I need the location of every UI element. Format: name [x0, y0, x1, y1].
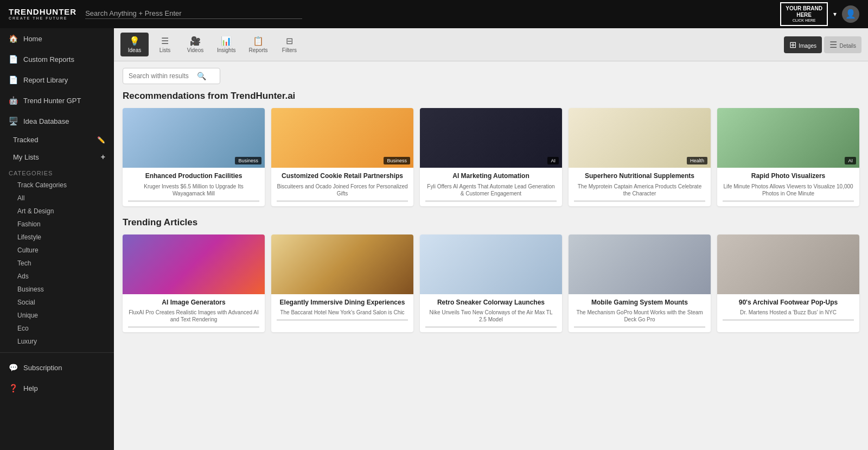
- idea-database-icon: 🖥️: [9, 117, 18, 125]
- card-bottom-bar: [128, 326, 259, 328]
- toolbar-btn-filters[interactable]: ⊟ Filters: [275, 33, 303, 56]
- card-img-rapid-photo: AI: [717, 108, 859, 168]
- sidebar-category-ads[interactable]: Ads: [0, 270, 114, 283]
- sidebar-category-lifestyle[interactable]: Lifestyle: [0, 231, 114, 244]
- card-body: Superhero Nutritional Supplements The My…: [569, 168, 711, 206]
- card-img-customized-cookie: Business: [271, 108, 413, 168]
- grid-icon: ⊞: [789, 40, 796, 49]
- sidebar-item-help[interactable]: ❓ Help: [0, 378, 114, 398]
- card-bottom-bar: [574, 326, 705, 328]
- card-desc: Kruger Invests $6.5 Million to Upgrade I…: [128, 183, 259, 197]
- sidebar-item-subscription[interactable]: 💬 Subscription: [0, 357, 114, 378]
- view-details-button[interactable]: ☰ Details: [824, 36, 861, 53]
- card-badge: AI: [547, 157, 559, 164]
- card-title: Retro Sneaker Colorway Launches: [425, 299, 557, 307]
- avatar[interactable]: 👤: [842, 5, 859, 23]
- sidebar-item-home[interactable]: 🏠 Home: [0, 28, 114, 49]
- card-sneaker[interactable]: Retro Sneaker Colorway Launches Nike Unv…: [420, 234, 562, 333]
- card-gaming[interactable]: Mobile Gaming System Mounts The Mechanis…: [569, 234, 711, 333]
- sidebar-item-trend-hunter-gpt[interactable]: 🤖 Trend Hunter GPT: [0, 90, 114, 111]
- view-images-button[interactable]: ⊞ Images: [784, 36, 822, 53]
- toolbar-btn-insights[interactable]: 📊 Insights: [212, 33, 241, 56]
- add-icon[interactable]: +: [101, 153, 105, 161]
- card-desc: The Mechanism GoPro Mount Works with the…: [574, 309, 705, 323]
- reports-icon: 📋: [253, 36, 264, 46]
- card-rapid-photo[interactable]: AI Rapid Photo Visualizers Life Minute P…: [717, 108, 859, 206]
- card-title: Customized Cookie Retail Partnerships: [277, 172, 408, 181]
- card-bottom-bar: [574, 200, 705, 202]
- card-img-enhanced-production: Business: [123, 108, 265, 168]
- search-bar-area: 🔍: [114, 61, 868, 91]
- logo[interactable]: TRENDHUNTER CREATE THE FUTURE: [9, 8, 76, 21]
- chevron-down-icon[interactable]: ▾: [833, 10, 837, 18]
- card-img-sneaker: [420, 234, 562, 294]
- card-img-ai-image: [123, 234, 265, 294]
- card-footwear[interactable]: 90's Archival Footwear Pop-Ups Dr. Marte…: [717, 234, 859, 333]
- edit-icon[interactable]: ✏️: [97, 136, 105, 144]
- toolbar-btn-reports[interactable]: 📋 Reports: [243, 33, 273, 56]
- ideas-icon: 💡: [129, 36, 140, 46]
- card-dining[interactable]: Elegantly Immersive Dining Experiences T…: [271, 234, 413, 333]
- toolbar-btn-videos[interactable]: 🎥 Videos: [181, 33, 209, 56]
- search-within-container: 🔍: [123, 68, 220, 84]
- search-within-input[interactable]: [129, 72, 194, 80]
- sidebar-item-tracked[interactable]: Tracked ✏️: [0, 131, 114, 148]
- toolbar-btn-lists[interactable]: ☰ Lists: [151, 33, 179, 56]
- header-right: YOUR BRAND HERE CLICK HERE ▾ 👤: [780, 2, 859, 26]
- sidebar-category-all[interactable]: All: [0, 192, 114, 205]
- card-bottom-bar: [425, 200, 557, 202]
- sidebar-item-custom-reports[interactable]: 📄 Custom Reports: [0, 49, 114, 69]
- card-bottom-bar: [723, 200, 854, 202]
- card-badge: AI: [845, 157, 856, 164]
- sidebar-item-my-lists[interactable]: My Lists +: [0, 148, 114, 166]
- sidebar-category-social[interactable]: Social: [0, 296, 114, 309]
- card-desc: Dr. Martens Hosted a 'Buzz Bus' in NYC: [723, 309, 854, 316]
- card-title: AI Image Generators: [128, 299, 259, 307]
- subscription-icon: 💬: [9, 363, 18, 372]
- sidebar-divider: [0, 352, 114, 353]
- card-badge: Health: [687, 157, 707, 164]
- card-ai-image[interactable]: AI Image Generators FluxAI Pro Creates R…: [123, 234, 265, 333]
- recommendations-section: Recommendations from TrendHunter.ai Busi…: [114, 91, 868, 217]
- sidebar-category-art[interactable]: Art & Design: [0, 205, 114, 218]
- sidebar-category-eco[interactable]: Eco: [0, 322, 114, 335]
- card-body: Mobile Gaming System Mounts The Mechanis…: [569, 294, 711, 333]
- card-title: 90's Archival Footwear Pop-Ups: [723, 299, 854, 307]
- sidebar-category-culture[interactable]: Culture: [0, 244, 114, 257]
- card-title: Mobile Gaming System Mounts: [574, 299, 705, 307]
- home-icon: 🏠: [9, 34, 18, 43]
- report-library-icon: 📄: [9, 75, 18, 84]
- card-superhero-nutrition[interactable]: Health Superhero Nutritional Supplements…: [569, 108, 711, 206]
- sidebar: 🏠 Home 📄 Custom Reports 📄 Report Library…: [0, 28, 114, 450]
- gpt-icon: 🤖: [9, 96, 18, 105]
- card-body: Customized Cookie Retail Partnerships Bi…: [271, 168, 413, 206]
- brand-box[interactable]: YOUR BRAND HERE CLICK HERE: [780, 2, 828, 26]
- search-icon: 🔍: [197, 72, 206, 80]
- card-body: AI Marketing Automation Fyli Offers AI A…: [420, 168, 562, 206]
- sidebar-category-unique[interactable]: Unique: [0, 309, 114, 322]
- card-body: AI Image Generators FluxAI Pro Creates R…: [123, 294, 265, 333]
- toolbar-btn-ideas[interactable]: 💡 Ideas: [120, 33, 149, 56]
- header-search[interactable]: Search Anything + Press Enter: [85, 9, 302, 19]
- card-title: Rapid Photo Visualizers: [723, 172, 854, 181]
- sidebar-category-business[interactable]: Business: [0, 283, 114, 296]
- trending-title: Trending Articles: [123, 217, 859, 228]
- card-desc: Life Minute Photos Allows Viewers to Vis…: [723, 183, 854, 197]
- card-customized-cookie[interactable]: Business Customized Cookie Retail Partne…: [271, 108, 413, 206]
- card-badge: Business: [384, 157, 410, 164]
- sidebar-category-track[interactable]: Track Categories: [0, 179, 114, 192]
- sidebar-category-fashion[interactable]: Fashion: [0, 218, 114, 231]
- logo-tagline: CREATE THE FUTURE: [9, 16, 76, 21]
- card-img-footwear: [717, 234, 859, 294]
- sidebar-item-report-library[interactable]: 📄 Report Library: [0, 69, 114, 90]
- card-body: Enhanced Production Facilities Kruger In…: [123, 168, 265, 206]
- card-ai-marketing[interactable]: AI AI Marketing Automation Fyli Offers A…: [420, 108, 562, 206]
- card-img-superhero-nutrition: Health: [569, 108, 711, 168]
- card-title: AI Marketing Automation: [425, 172, 557, 181]
- sidebar-category-tech[interactable]: Tech: [0, 257, 114, 270]
- card-enhanced-production[interactable]: Business Enhanced Production Facilities …: [123, 108, 265, 206]
- sidebar-category-luxury[interactable]: Luxury: [0, 335, 114, 348]
- card-img-ai-marketing: AI: [420, 108, 562, 168]
- card-desc: The Myprotein Captain America Products C…: [574, 183, 705, 197]
- sidebar-item-idea-database[interactable]: 🖥️ Idea Database: [0, 111, 114, 131]
